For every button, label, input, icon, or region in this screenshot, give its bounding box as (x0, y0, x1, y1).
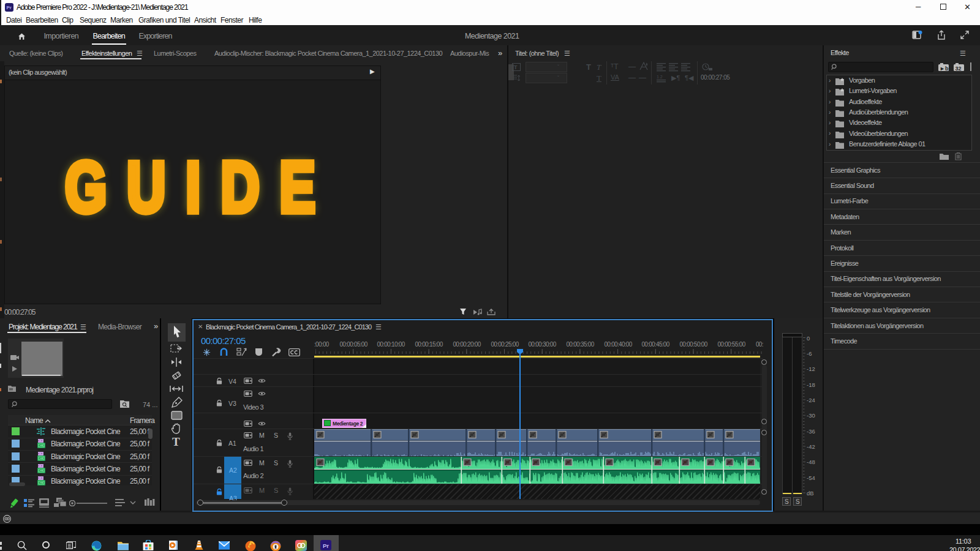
svg-text:1.2: 1.2 (657, 75, 663, 79)
svg-text:32: 32 (956, 66, 962, 72)
svg-text:►b: ►b (940, 66, 949, 72)
svg-text:T: T (514, 64, 518, 70)
